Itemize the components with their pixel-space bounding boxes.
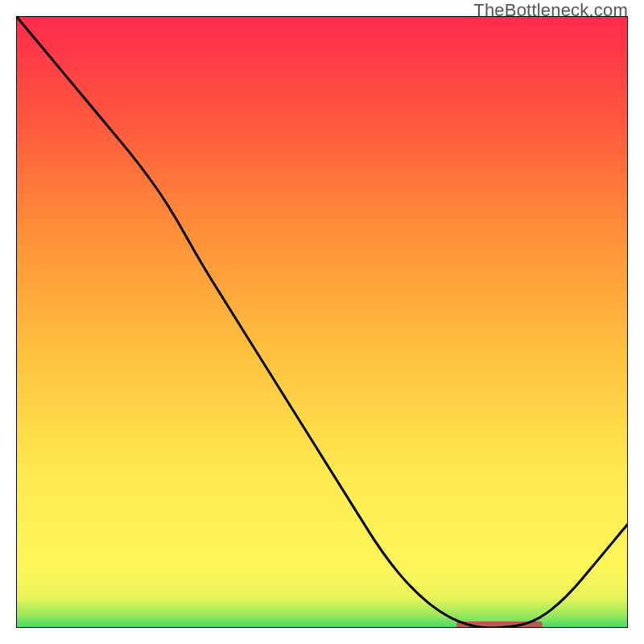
plot-area [16,16,628,628]
gradient-background [16,16,628,628]
chart-canvas: TheBottleneck.com [0,0,644,644]
chart-svg [16,16,628,628]
